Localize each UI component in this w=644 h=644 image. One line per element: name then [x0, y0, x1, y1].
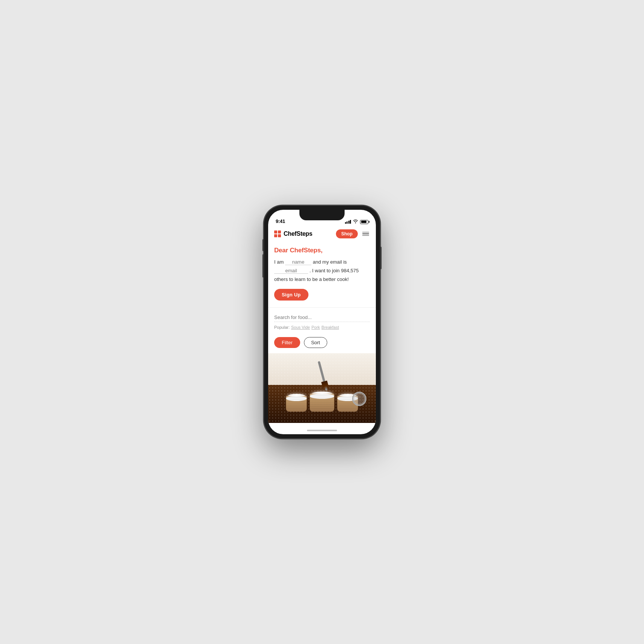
battery-icon — [360, 220, 368, 224]
phone-body: 9:41 — [264, 205, 380, 439]
search-input[interactable] — [274, 313, 370, 322]
signup-text: I am and my email is . I want to join 98… — [274, 258, 370, 284]
menu-icon[interactable] — [362, 231, 370, 237]
shop-button[interactable]: Shop — [336, 229, 358, 238]
signup-heading: Dear ChefSteps, — [274, 247, 370, 254]
signal-icon — [345, 220, 351, 224]
popular-row: Popular: Sous Vide Pork Breakfast — [274, 325, 370, 330]
popular-breakfast[interactable]: Breakfast — [322, 325, 339, 330]
popular-pork[interactable]: Pork — [311, 325, 320, 330]
popular-label: Popular: — [274, 325, 290, 330]
ramekins — [286, 394, 358, 412]
screen: 9:41 — [268, 210, 376, 434]
text-email: and my email is — [313, 259, 347, 265]
filter-button[interactable]: Filter — [274, 337, 300, 348]
signup-section: Dear ChefSteps, I am and my email is . I… — [268, 242, 376, 307]
sort-button[interactable]: Sort — [304, 337, 327, 348]
logo: ChefSteps — [274, 230, 312, 237]
filter-sort-row: Filter Sort — [268, 334, 376, 353]
ramekin-left — [286, 396, 307, 412]
home-bar — [307, 430, 337, 431]
status-time: 9:41 — [276, 218, 285, 224]
ramekin-center — [310, 394, 334, 412]
recipe-card[interactable]: Gluten-Free Molten Chocolate Soufflé STU… — [268, 353, 376, 427]
popular-sous-vide[interactable]: Sous Vide — [291, 325, 310, 330]
recipe-info: Gluten-Free Molten Chocolate Soufflé STU… — [268, 423, 376, 427]
phone-frame: 9:41 — [264, 205, 380, 439]
search-wrapper — [274, 313, 370, 322]
text-iam: I am — [274, 259, 284, 265]
recipe-image — [268, 353, 376, 423]
app-content: ChefSteps Shop Dear ChefSteps, I am — [268, 226, 376, 427]
souffle-visual — [268, 353, 376, 423]
notch — [299, 210, 345, 220]
header-actions: Shop — [336, 229, 370, 238]
app-header: ChefSteps Shop — [268, 226, 376, 242]
fork-area — [322, 361, 324, 391]
logo-icon — [274, 230, 281, 237]
home-indicator — [268, 427, 376, 434]
name-input[interactable] — [285, 259, 311, 265]
signup-button[interactable]: Sign Up — [274, 289, 308, 301]
logo-text: ChefSteps — [284, 230, 312, 237]
status-icons — [345, 220, 369, 224]
wifi-icon — [353, 220, 358, 224]
sieve — [352, 392, 366, 406]
search-section: Popular: Sous Vide Pork Breakfast — [268, 308, 376, 334]
email-input[interactable] — [274, 268, 308, 274]
